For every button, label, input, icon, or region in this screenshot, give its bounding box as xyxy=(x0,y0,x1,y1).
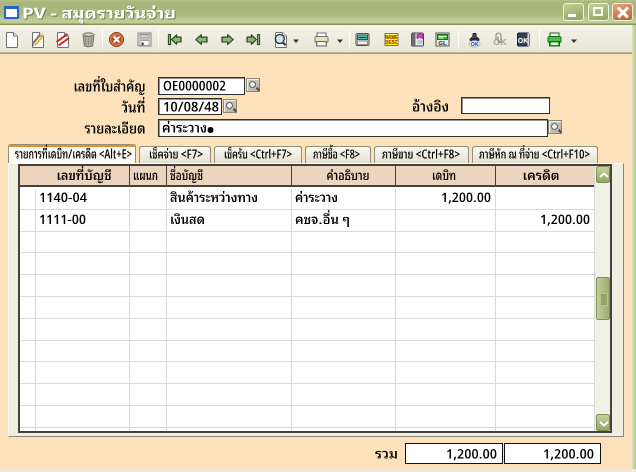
svg-text:OK: OK xyxy=(518,37,529,44)
svg-text:DESC: DESC xyxy=(385,40,398,45)
svg-text:OK: OK xyxy=(470,41,478,47)
svg-text:NAME: NAME xyxy=(385,35,398,40)
svg-text:GL: GL xyxy=(438,40,447,46)
